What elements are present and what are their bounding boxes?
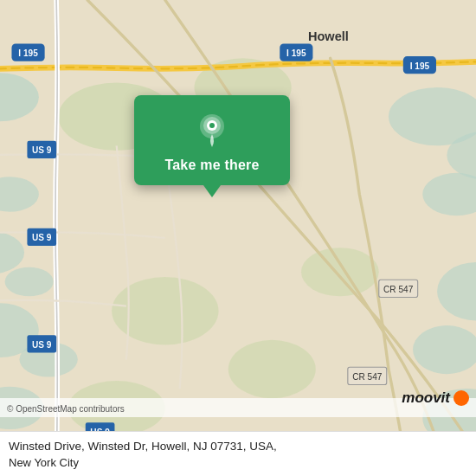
svg-text:Howell: Howell (308, 29, 349, 43)
svg-text:I 195: I 195 (18, 48, 38, 58)
svg-text:CR 547: CR 547 (352, 372, 383, 382)
svg-point-43 (209, 123, 215, 128)
svg-text:US 9: US 9 (32, 340, 52, 350)
svg-text:CR 547: CR 547 (383, 285, 414, 294)
bottom-address-bar: Winsted Drive, Winsted Dr, Howell, NJ 07… (0, 431, 476, 476)
map-container: I 195 I 195 I 195 US 9 US 9 US 9 US 9 CR… (0, 0, 476, 476)
svg-text:US 9: US 9 (32, 233, 52, 242)
take-me-there-popup[interactable]: Take me there (134, 95, 290, 185)
svg-text:I 195: I 195 (286, 48, 306, 58)
moovit-brand-text: moovit (402, 389, 450, 407)
svg-text:US 9: US 9 (32, 145, 52, 155)
copyright-text: © OpenStreetMap contributors (7, 404, 125, 414)
svg-point-20 (301, 248, 379, 296)
address-line1: Winsted Drive, Winsted Dr, Howell, NJ 07… (9, 439, 467, 455)
svg-text:I 195: I 195 (410, 61, 430, 71)
address-line2: New York City (9, 455, 467, 471)
svg-point-18 (228, 340, 316, 398)
location-pin-icon (193, 111, 231, 149)
take-me-there-label: Take me there (164, 158, 259, 173)
svg-point-5 (5, 267, 54, 297)
moovit-logo: moovit (402, 389, 469, 407)
moovit-dot-icon (453, 390, 469, 406)
